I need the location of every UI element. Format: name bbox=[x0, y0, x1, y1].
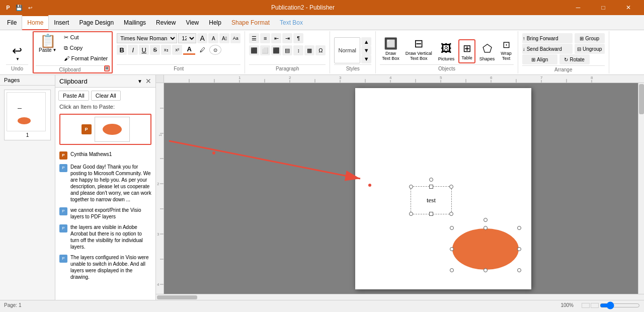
app-icon: P bbox=[4, 4, 12, 12]
clipboard-item-highlighted[interactable]: P bbox=[59, 114, 151, 145]
font-grow-button[interactable]: A bbox=[197, 33, 207, 43]
bring-forward-button[interactable]: ↑Bring Forward bbox=[522, 33, 573, 43]
clipboard-item-1[interactable]: P Cynthia Mathews1 bbox=[55, 149, 155, 162]
view-two-page-button[interactable] bbox=[591, 303, 599, 308]
font-family-select[interactable]: Times New Roman bbox=[117, 33, 177, 43]
wrap-text-button[interactable]: ⊡ WrapText bbox=[499, 37, 513, 63]
scroll-thumb-h[interactable] bbox=[157, 295, 197, 299]
canvas-content[interactable]: test bbox=[164, 83, 644, 294]
styles-scroll-up[interactable]: ▲ bbox=[361, 37, 371, 46]
increase-indent-button[interactable]: ⇥ bbox=[282, 33, 292, 43]
font-size-select[interactable]: 12 bbox=[178, 33, 196, 43]
scrollbar-vertical[interactable] bbox=[638, 83, 644, 294]
clear-all-button[interactable]: Clear All bbox=[91, 91, 121, 101]
pictures-button[interactable]: 🖼 Pictures bbox=[436, 40, 457, 63]
shapes-button[interactable]: ⬠ Shapes bbox=[477, 40, 497, 63]
styles-more[interactable]: ▼ bbox=[361, 55, 371, 63]
highlight-color-button[interactable]: 🖊 bbox=[196, 45, 208, 55]
columns-button[interactable]: ▦ bbox=[304, 45, 314, 55]
tab-review[interactable]: Review bbox=[151, 15, 181, 30]
paragraph-group-label: Paragraph bbox=[249, 64, 326, 71]
tab-home[interactable]: Home bbox=[22, 15, 49, 30]
format-painter-button[interactable]: 🖌 Format Painter bbox=[62, 53, 110, 63]
styles-preview[interactable]: Normal bbox=[334, 37, 360, 63]
tab-view[interactable]: View bbox=[181, 15, 204, 30]
paste-all-button[interactable]: Paste All bbox=[58, 91, 89, 101]
ungroup-button[interactable]: ⊟Ungroup bbox=[575, 44, 605, 54]
wrap-text-icon: ⊡ bbox=[503, 39, 510, 50]
text-effects-button[interactable]: ⊙ bbox=[209, 45, 221, 55]
draw-vertical-text-box-icon: ⊟ bbox=[414, 37, 423, 50]
bullet-list-button[interactable]: ☰ bbox=[249, 33, 259, 43]
clipboard-item-5[interactable]: P The layers configured in Visio were un… bbox=[55, 252, 155, 282]
decrease-indent-button[interactable]: ⇤ bbox=[271, 33, 281, 43]
rotation-handle[interactable] bbox=[429, 178, 433, 182]
font-color-button[interactable]: A bbox=[183, 45, 195, 55]
show-formatting-button[interactable]: ¶ bbox=[293, 33, 303, 43]
maximize-button[interactable]: □ bbox=[592, 0, 615, 15]
font-change-case-button[interactable]: Aa bbox=[230, 33, 240, 43]
undo-button[interactable]: ↩ ▼ bbox=[6, 43, 28, 63]
ellipse-shape[interactable] bbox=[452, 228, 519, 270]
save-icon[interactable]: 💾 bbox=[15, 4, 23, 12]
undo-quick-icon[interactable]: ↩ bbox=[26, 4, 34, 12]
align-right-button[interactable]: ⬛ bbox=[271, 45, 281, 55]
styles-scroll-down[interactable]: ▼ bbox=[361, 46, 371, 54]
tab-page-design[interactable]: Page Design bbox=[74, 15, 119, 30]
font-clear-button[interactable]: A⃝ bbox=[219, 33, 229, 43]
tab-text-box[interactable]: Text Box bbox=[275, 15, 308, 30]
italic-button[interactable]: I bbox=[128, 45, 138, 55]
align-button[interactable]: ⊞Align bbox=[522, 54, 557, 64]
align-left-button[interactable]: ⬛ bbox=[249, 45, 259, 55]
font-shrink-button[interactable]: A bbox=[208, 33, 218, 43]
clipboard-item-2[interactable]: P Dear Good day! Thank you for posting t… bbox=[55, 162, 155, 205]
superscript-button[interactable]: x² bbox=[172, 45, 182, 55]
strikethrough-button[interactable]: S bbox=[150, 45, 160, 55]
paste-button[interactable]: 📋 Paste▼ bbox=[36, 32, 60, 55]
tab-shape-format[interactable]: Shape Format bbox=[226, 15, 275, 30]
underline-button[interactable]: U bbox=[139, 45, 149, 55]
justify-button[interactable]: ▤ bbox=[282, 45, 292, 55]
line-spacing-button[interactable]: ↕ bbox=[293, 45, 303, 55]
draw-text-box-button[interactable]: 🔲 DrawText Box bbox=[380, 35, 401, 63]
bold-button[interactable]: B bbox=[117, 45, 127, 55]
ruler-vertical: 1 2 3 4 bbox=[156, 83, 164, 294]
clipboard-dropdown-arrow[interactable]: ▼ bbox=[137, 79, 142, 84]
numbered-list-button[interactable]: ≡ bbox=[260, 33, 270, 43]
text-box-content: test bbox=[427, 196, 436, 204]
clip-item-text-4: the layers are visible in Adobe Acrobat … bbox=[70, 224, 151, 250]
send-backward-button[interactable]: ↓Send Backward bbox=[522, 44, 573, 54]
clipboard-dialog-launcher[interactable]: ⊞ bbox=[104, 65, 110, 71]
ellipse-rotation-handle[interactable] bbox=[484, 218, 488, 222]
tab-file[interactable]: File bbox=[2, 15, 22, 30]
zoom-slider[interactable] bbox=[600, 301, 640, 309]
tab-help[interactable]: Help bbox=[204, 15, 226, 30]
subscript-button[interactable]: x₂ bbox=[161, 45, 171, 55]
minimize-button[interactable]: ─ bbox=[567, 0, 590, 15]
table-button[interactable]: ⊞ Table bbox=[458, 39, 475, 63]
tab-mailings[interactable]: Mailings bbox=[119, 15, 151, 30]
cut-button[interactable]: ✂ Cut bbox=[62, 32, 110, 42]
group-button[interactable]: ⊞Group bbox=[575, 33, 605, 43]
scrollbar-horizontal[interactable] bbox=[156, 294, 644, 300]
page-thumbnail-1[interactable]: 1 bbox=[4, 90, 51, 140]
copy-button[interactable]: ⧉ Copy bbox=[62, 43, 110, 53]
ellipse-handle-top bbox=[484, 226, 488, 230]
undo-dropdown[interactable]: ▼ bbox=[16, 57, 20, 61]
clip-item-icon-5: P bbox=[59, 255, 67, 263]
close-button[interactable]: ✕ bbox=[617, 0, 640, 15]
svg-text:3: 3 bbox=[339, 75, 342, 80]
special-chars-button[interactable]: Ω bbox=[315, 45, 326, 55]
tab-insert[interactable]: Insert bbox=[49, 15, 74, 30]
clipboard-item-3[interactable]: P we cannot export/Print the Visio layer… bbox=[55, 205, 155, 222]
ribbon-content: ↩ ▼ Undo 📋 Paste▼ ✂ Cut bbox=[0, 30, 644, 74]
align-center-button[interactable]: ⬜ bbox=[260, 45, 270, 55]
clipboard-close-button[interactable]: ✕ bbox=[145, 77, 151, 85]
text-box-shape[interactable]: test bbox=[411, 186, 452, 214]
page-thumb-inner bbox=[7, 92, 46, 131]
clipboard-item-4[interactable]: P the layers are visible in Adobe Acroba… bbox=[55, 222, 155, 252]
view-normal-button[interactable] bbox=[582, 303, 590, 308]
rotate-button[interactable]: ↻Rotate bbox=[559, 54, 590, 64]
draw-vertical-text-box-button[interactable]: ⊟ Draw VerticalText Box bbox=[404, 35, 434, 63]
scroll-thumb-v[interactable] bbox=[639, 84, 644, 114]
